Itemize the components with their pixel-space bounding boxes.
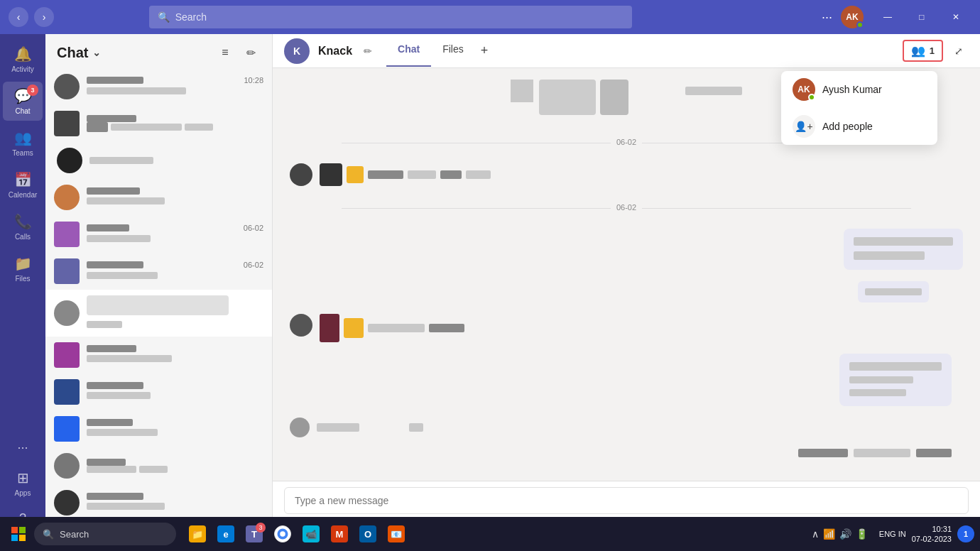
chevron-up-icon[interactable]: ∧: [812, 528, 819, 540]
calendar-icon: 📅: [14, 171, 32, 188]
taskbar-app-explorer[interactable]: 📁: [185, 521, 210, 547]
user-avatar[interactable]: AK: [841, 6, 864, 28]
calls-icon: 📞: [14, 213, 32, 230]
sidebar-item-label: Files: [15, 275, 30, 283]
list-item[interactable]: [45, 105, 272, 142]
sidebar-item-more[interactable]: ···: [3, 435, 43, 461]
taskbar-app-edge[interactable]: e: [213, 521, 239, 547]
clock-time: 10:31: [912, 524, 952, 534]
image-placeholder: [600, 80, 628, 115]
sidebar-item-label: Calendar: [9, 191, 38, 199]
image-placeholder: [539, 80, 596, 115]
sidebar-item-files[interactable]: 📁 Files: [3, 249, 43, 288]
list-item[interactable]: 06-02: [45, 253, 272, 290]
list-item[interactable]: 06-02: [45, 216, 272, 253]
message-row: [290, 314, 963, 342]
add-tab-button[interactable]: +: [475, 35, 494, 67]
sidebar-item-activity[interactable]: 🔔 Activity: [3, 40, 43, 79]
avatar: [54, 74, 80, 99]
sidebar-nav: 🔔 Activity 💬 3 Chat 👥 Teams 📅 Calendar 📞…: [0, 34, 45, 551]
avatar: [290, 314, 312, 337]
app-badge: 3: [256, 523, 266, 533]
taskbar-app-other3[interactable]: O: [355, 521, 381, 547]
list-item[interactable]: [45, 373, 272, 410]
image-placeholder-yellow: [344, 318, 364, 338]
sidebar-item-chat[interactable]: 💬 3 Chat: [3, 82, 43, 121]
message-row: [290, 163, 963, 186]
taskbar-search-icon: 🔍: [43, 529, 54, 540]
more-button[interactable]: ···: [822, 10, 832, 25]
message-input[interactable]: [284, 487, 969, 514]
sidebar-item-label: Chat: [15, 107, 30, 115]
back-button[interactable]: ‹: [9, 7, 28, 27]
participants-dropdown: AK Ayush Kumar 👤+ Add people: [781, 71, 937, 145]
sidebar-item-apps[interactable]: ⊞ Apps: [3, 464, 43, 503]
chat-header-icons: ≡ ✏: [215, 43, 261, 62]
avatar: [290, 163, 312, 186]
taskbar-app-other4[interactable]: 📧: [383, 521, 409, 547]
titlebar-right: ··· AK — □ ✕: [822, 6, 971, 28]
more-icon: ···: [17, 440, 28, 455]
taskbar-app-other1[interactable]: 📹: [298, 521, 324, 547]
taskbar-app-teams[interactable]: T 3: [241, 521, 267, 547]
list-item[interactable]: [45, 447, 272, 484]
list-item[interactable]: [45, 410, 272, 447]
volume-icon[interactable]: 🔊: [839, 528, 851, 540]
filter-button[interactable]: ≡: [215, 43, 235, 62]
avatar: [54, 185, 80, 210]
list-item[interactable]: [45, 337, 272, 373]
date-divider: 06-02: [290, 203, 963, 212]
list-item[interactable]: [45, 290, 272, 337]
taskbar-search-bar[interactable]: 🔍 Search: [34, 523, 176, 545]
edit-name-icon[interactable]: ✏: [364, 45, 372, 57]
maximize-button[interactable]: □: [906, 6, 937, 28]
tab-chat[interactable]: Chat: [386, 35, 431, 67]
message-row: [290, 418, 963, 437]
list-item[interactable]: [45, 179, 272, 216]
dropdown-item-person[interactable]: AK Ayush Kumar: [781, 71, 937, 108]
compose-button[interactable]: ✏: [241, 43, 261, 62]
participants-button[interactable]: 👥 1: [903, 40, 943, 62]
notification-badge[interactable]: 1: [957, 525, 974, 542]
dropdown-avatar: AK: [793, 78, 815, 101]
taskbar-app-chrome[interactable]: [270, 521, 295, 547]
taskbar-time[interactable]: 10:31 07-02-2023: [912, 524, 952, 545]
sidebar-item-calendar[interactable]: 📅 Calendar: [3, 165, 43, 204]
add-people-label: Add people: [822, 121, 873, 132]
battery-icon[interactable]: 🔋: [856, 528, 868, 540]
list-item[interactable]: [45, 484, 272, 521]
sidebar-item-teams[interactable]: 👥 Teams: [3, 124, 43, 163]
online-indicator: [808, 94, 815, 101]
search-bar[interactable]: 🔍 Search: [149, 6, 632, 28]
chat-list-title: Chat ⌄: [57, 45, 101, 61]
avatar: [54, 300, 80, 326]
avatar: [54, 453, 80, 479]
chat-badge: 3: [27, 84, 38, 96]
sidebar-item-calls[interactable]: 📞 Calls: [3, 207, 43, 246]
forward-button[interactable]: ›: [34, 7, 54, 27]
close-button[interactable]: ✕: [940, 6, 971, 28]
taskbar-search-label: Search: [60, 529, 89, 540]
clock-date: 07-02-2023: [912, 534, 952, 544]
nav-buttons: ‹ ›: [9, 7, 54, 27]
dropdown-item-add-people[interactable]: 👤+ Add people: [781, 108, 937, 145]
wifi-icon[interactable]: 📶: [823, 528, 835, 540]
content-tabs: Chat Files +: [386, 35, 494, 67]
taskbar-sys-icons: ∧ 📶 🔊 🔋: [806, 528, 873, 540]
popout-button[interactable]: ⤢: [949, 41, 969, 61]
taskbar-app-other2[interactable]: M: [327, 521, 352, 547]
image-placeholder: [320, 163, 342, 186]
participants-icon: 👥: [911, 44, 925, 58]
sidebar-item-label: Teams: [12, 149, 33, 157]
chat-title-chevron[interactable]: ⌄: [92, 47, 101, 58]
start-button[interactable]: [6, 521, 31, 547]
list-item[interactable]: [45, 142, 272, 179]
list-item[interactable]: 10:28: [45, 68, 272, 105]
chat-items-list: 10:28: [45, 68, 272, 551]
image-placeholder-yellow: [347, 166, 364, 183]
teams-icon: 👥: [14, 129, 32, 146]
minimize-button[interactable]: —: [872, 6, 903, 28]
taskbar-apps: 📁 e T 3 📹 M O 📧: [185, 521, 409, 547]
avatar: [54, 111, 80, 136]
tab-files[interactable]: Files: [431, 35, 475, 67]
